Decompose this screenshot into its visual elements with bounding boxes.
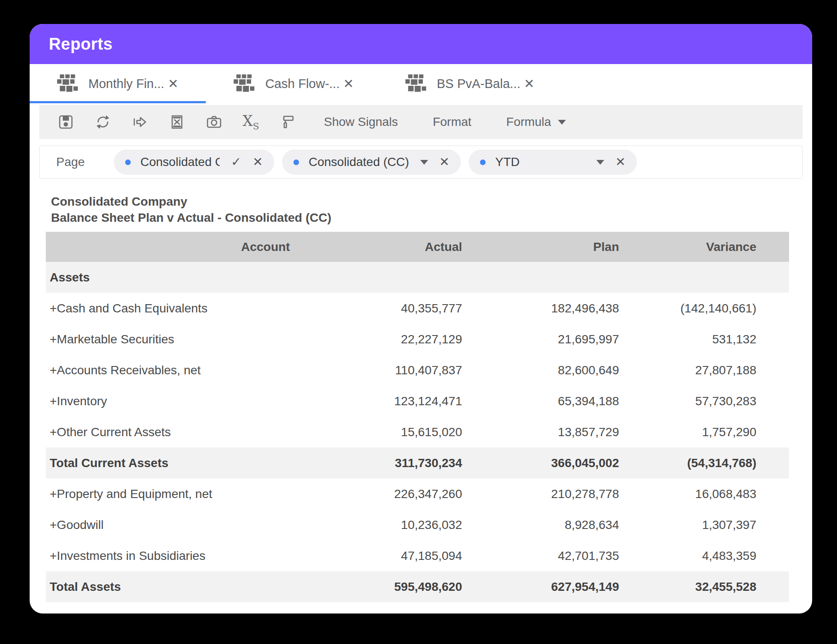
save-icon <box>58 114 74 130</box>
tab-close-icon[interactable]: ✕ <box>168 76 178 91</box>
page-label: Page <box>56 155 99 169</box>
tab-close-icon[interactable]: ✕ <box>524 76 534 91</box>
variance-cell[interactable]: 57,730,283 <box>628 386 789 417</box>
plan-cell[interactable]: 366,045,002 <box>471 447 628 478</box>
tab-label: Monthly Fin... <box>88 77 164 91</box>
total-row: Total Current Assets311,730,234366,045,0… <box>46 447 789 478</box>
actual-cell[interactable]: 22,227,129 <box>296 324 471 355</box>
format-button[interactable]: Format <box>415 115 489 129</box>
account-cell[interactable]: Assets <box>46 262 296 293</box>
report-title: Balance Sheet Plan v Actual - Consolidat… <box>51 210 812 226</box>
variance-cell[interactable] <box>628 262 789 293</box>
close-icon[interactable]: ✕ <box>439 156 449 168</box>
run-button[interactable] <box>121 105 158 139</box>
report-grid-icon <box>234 74 255 93</box>
formula-label: Formula <box>506 115 551 129</box>
actual-cell[interactable]: 595,498,620 <box>296 571 471 602</box>
variance-cell[interactable]: 4,483,359 <box>628 540 789 571</box>
save-button[interactable] <box>47 105 84 139</box>
plan-cell[interactable]: 65,394,188 <box>471 386 628 417</box>
account-cell[interactable]: Total Current Assets <box>46 447 296 478</box>
refresh-button[interactable] <box>84 105 121 139</box>
total-row: Total Assets595,498,620627,954,14932,455… <box>46 571 789 602</box>
variance-cell[interactable]: 1,757,290 <box>628 417 789 447</box>
tab-cash-flow[interactable]: Cash Flow-... ✕ <box>206 64 382 103</box>
blue-dot-icon <box>293 159 299 165</box>
filter-chip-consolidated-cc[interactable]: Consolidated (CC) ✕ <box>282 149 461 175</box>
close-icon[interactable]: ✕ <box>616 156 626 168</box>
show-signals-button[interactable]: Show Signals <box>306 115 415 129</box>
close-icon[interactable]: ✕ <box>253 156 263 168</box>
section-row: Assets <box>46 262 789 293</box>
chip-label: Consolidated Co... <box>140 155 220 169</box>
filter-chip-ytd[interactable]: YTD ✕ <box>469 149 637 175</box>
plan-cell[interactable]: 210,278,778 <box>471 478 628 509</box>
account-cell[interactable]: +Property and Equipment, net <box>46 478 296 509</box>
account-cell[interactable]: +Investments in Subsidiaries <box>46 540 296 571</box>
formula-dropdown[interactable]: Formula <box>489 115 583 129</box>
tab-label: Cash Flow-... <box>265 77 340 91</box>
camera-icon <box>206 114 222 130</box>
variance-cell[interactable]: (54,314,768) <box>628 447 789 478</box>
actual-cell[interactable]: 226,347,260 <box>296 478 471 509</box>
plan-cell[interactable]: 8,928,634 <box>471 509 628 540</box>
account-cell[interactable]: +Cash and Cash Equivalents <box>46 293 296 324</box>
chip-label: YTD <box>495 155 585 169</box>
variance-cell[interactable]: (142,140,661) <box>628 293 789 324</box>
account-cell[interactable]: +Accounts Receivables, net <box>46 355 296 386</box>
column-header-plan: Plan <box>471 232 628 262</box>
account-cell[interactable]: +Inventory <box>46 386 296 417</box>
page-title: Reports <box>49 35 112 54</box>
chevron-down-icon[interactable] <box>420 160 428 165</box>
plan-cell[interactable]: 42,701,735 <box>471 540 628 571</box>
filter-chip-company[interactable]: Consolidated Co... ✓ ✕ <box>114 149 274 175</box>
variance-cell[interactable]: 32,455,528 <box>628 571 789 602</box>
chip-label: Consolidated (CC) <box>309 155 409 169</box>
account-cell[interactable]: +Marketable Securities <box>46 324 296 355</box>
app-header: Reports <box>30 24 812 64</box>
tab-monthly-fin[interactable]: Monthly Fin... ✕ <box>30 64 206 103</box>
variance-cell[interactable]: 531,132 <box>628 324 789 355</box>
actual-cell[interactable] <box>296 262 471 293</box>
variance-cell[interactable]: 1,307,397 <box>628 509 789 540</box>
report-grid-icon <box>405 74 427 93</box>
plan-cell[interactable]: 21,695,997 <box>471 324 628 355</box>
format-painter-button[interactable] <box>269 105 306 139</box>
account-cell[interactable]: Total Assets <box>46 571 296 602</box>
actual-cell[interactable]: 40,355,777 <box>296 293 471 324</box>
table-row: +Accounts Receivables, net110,407,83782,… <box>46 355 789 386</box>
active-tab-underline <box>30 101 206 103</box>
report-meta: Consolidated Company Balance Sheet Plan … <box>51 193 812 226</box>
table-row: +Property and Equipment, net226,347,2602… <box>46 478 789 509</box>
tab-close-icon[interactable]: ✕ <box>343 76 354 91</box>
plan-cell[interactable]: 82,600,649 <box>471 355 628 386</box>
sheet-export-button[interactable] <box>158 105 195 139</box>
plan-cell[interactable]: 627,954,149 <box>471 571 628 602</box>
column-header-account: Account <box>46 232 296 262</box>
reports-window: Reports Monthly Fin... ✕ Cash Flow-... ✕ <box>30 24 812 613</box>
variance-cell[interactable]: 16,068,483 <box>628 478 789 509</box>
snapshot-button[interactable] <box>195 105 232 139</box>
tab-bar: Monthly Fin... ✕ Cash Flow-... ✕ BS PvA-… <box>30 64 812 103</box>
account-cell[interactable]: +Goodwill <box>46 509 296 540</box>
refresh-icon <box>95 114 111 130</box>
table-row: +Other Current Assets15,615,02013,857,72… <box>46 417 789 447</box>
check-icon[interactable]: ✓ <box>231 156 241 168</box>
actual-cell[interactable]: 10,236,032 <box>296 509 471 540</box>
plan-cell[interactable]: 13,857,729 <box>471 417 628 447</box>
actual-cell[interactable]: 123,124,471 <box>296 386 471 417</box>
tab-bs-pva[interactable]: BS PvA-Bala... ✕ <box>382 64 558 103</box>
chevron-down-icon[interactable] <box>596 160 604 165</box>
account-cell[interactable]: +Other Current Assets <box>46 417 296 447</box>
plan-cell[interactable]: 182,496,438 <box>471 293 628 324</box>
sheet-x-icon <box>169 114 185 130</box>
variance-cell[interactable]: 27,807,188 <box>628 355 789 386</box>
page-filter-bar: Page Consolidated Co... ✓ ✕ Consolidated… <box>39 146 803 179</box>
balance-sheet-table: Account Actual Plan Variance Assets+Cash… <box>46 232 789 602</box>
actual-cell[interactable]: 15,615,020 <box>296 417 471 447</box>
actual-cell[interactable]: 47,185,094 <box>296 540 471 571</box>
actual-cell[interactable]: 110,407,837 <box>296 355 471 386</box>
formula-xs-button[interactable]: XS <box>232 105 269 139</box>
plan-cell[interactable] <box>471 262 628 293</box>
actual-cell[interactable]: 311,730,234 <box>296 447 471 478</box>
